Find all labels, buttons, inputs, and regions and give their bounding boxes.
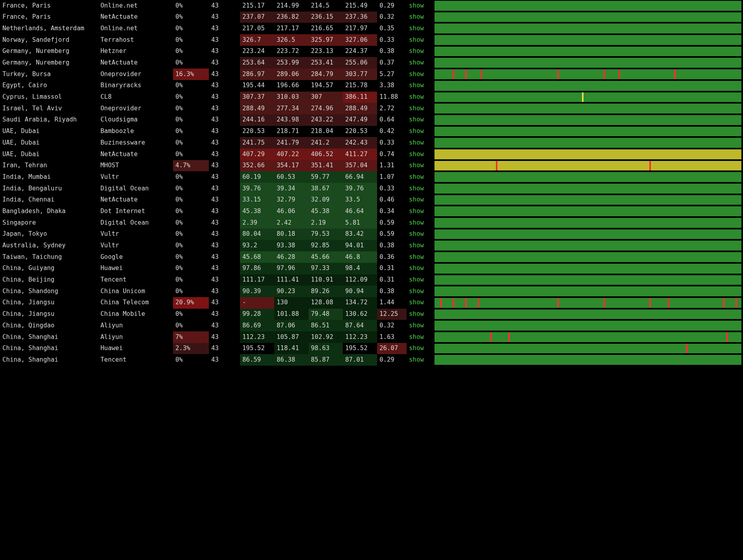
- show-link[interactable]: show: [407, 126, 431, 137]
- show-link[interactable]: show: [407, 274, 431, 286]
- stdev-cell: 0.59: [377, 229, 407, 240]
- show-link[interactable]: show: [407, 263, 431, 274]
- stdev-cell: 0.29: [377, 0, 407, 12]
- sent-cell: 43: [209, 57, 240, 69]
- stdev-cell: 0.29: [377, 354, 407, 366]
- table-row: India, MumbaiVultr0%4360.1960.5359.7766.…: [0, 171, 743, 183]
- sent-cell: 43: [209, 126, 240, 137]
- location-cell: China, Jiangsu: [0, 297, 98, 309]
- show-link[interactable]: show: [407, 0, 431, 12]
- provider-cell: Huawei: [98, 263, 173, 274]
- provider-cell: Vultr: [98, 229, 173, 240]
- last-cell: 195.52: [240, 343, 274, 354]
- show-link[interactable]: show: [407, 160, 431, 172]
- table-row: India, ChennaiNetActuate0%4333.1532.7932…: [0, 194, 743, 206]
- show-link[interactable]: show: [407, 297, 431, 309]
- loss-cell: 0%: [173, 194, 209, 206]
- loss-cell: 0%: [173, 149, 209, 160]
- show-link[interactable]: show: [407, 240, 431, 251]
- show-link[interactable]: show: [407, 80, 431, 92]
- best-cell: 216.65: [309, 23, 343, 34]
- provider-cell: Oneprovider: [98, 69, 173, 80]
- show-link[interactable]: show: [407, 69, 431, 80]
- loss-cell: 20.9%: [173, 297, 209, 309]
- avg-cell: 93.38: [274, 240, 309, 251]
- sent-cell: 43: [209, 114, 240, 126]
- show-link[interactable]: show: [407, 331, 431, 343]
- sparkline-cell: [431, 343, 743, 354]
- show-link[interactable]: show: [407, 343, 431, 354]
- provider-cell: Terrahost: [98, 34, 173, 46]
- show-link[interactable]: show: [407, 183, 431, 194]
- show-link[interactable]: show: [407, 217, 431, 229]
- show-link[interactable]: show: [407, 137, 431, 149]
- wrst-cell: 83.42: [343, 229, 377, 240]
- avg-cell: 105.87: [274, 331, 309, 343]
- best-cell: 102.92: [309, 331, 343, 343]
- best-cell: 351.41: [309, 160, 343, 172]
- location-cell: China, Qingdao: [0, 320, 98, 331]
- provider-cell: NetActuate: [98, 149, 173, 160]
- avg-cell: 86.38: [274, 354, 309, 366]
- last-cell: 97.86: [240, 263, 274, 274]
- loss-cell: 0%: [173, 320, 209, 331]
- show-link[interactable]: show: [407, 12, 431, 23]
- show-link[interactable]: show: [407, 149, 431, 160]
- stdev-cell: 0.33: [377, 137, 407, 149]
- sparkline: [434, 149, 741, 159]
- sparkline-cell: [431, 331, 743, 343]
- best-cell: 59.77: [309, 171, 343, 183]
- show-link[interactable]: show: [407, 309, 431, 320]
- loss-cell: 0%: [173, 229, 209, 240]
- avg-cell: 354.17: [274, 160, 309, 172]
- table-row: Germany, NurembergHetzner0%43223.24223.7…: [0, 46, 743, 57]
- stdev-cell: 0.33: [377, 183, 407, 194]
- loss-cell: 16.3%: [173, 69, 209, 80]
- sparkline: [434, 1, 741, 11]
- sent-cell: 43: [209, 34, 240, 46]
- show-link[interactable]: show: [407, 171, 431, 183]
- show-link[interactable]: show: [407, 320, 431, 331]
- show-link[interactable]: show: [407, 229, 431, 240]
- show-link[interactable]: show: [407, 23, 431, 34]
- sparkline-cell: [431, 69, 743, 80]
- best-cell: 79.53: [309, 229, 343, 240]
- provider-cell: Digital Ocean: [98, 183, 173, 194]
- table-row: China, GuiyangHuawei0%4397.8697.9697.339…: [0, 263, 743, 274]
- show-link[interactable]: show: [407, 194, 431, 206]
- show-link[interactable]: show: [407, 354, 431, 366]
- show-link[interactable]: show: [407, 57, 431, 69]
- stdev-cell: 0.32: [377, 320, 407, 331]
- sent-cell: 43: [209, 217, 240, 229]
- provider-cell: Google: [98, 251, 173, 263]
- last-cell: 244.16: [240, 114, 274, 126]
- show-link[interactable]: show: [407, 103, 431, 114]
- best-cell: 241.2: [309, 137, 343, 149]
- provider-cell: Vultr: [98, 240, 173, 251]
- show-link[interactable]: show: [407, 46, 431, 57]
- show-link[interactable]: show: [407, 206, 431, 217]
- sparkline: [434, 332, 741, 342]
- sparkline: [434, 23, 741, 33]
- location-cell: China, Shanghai: [0, 354, 98, 366]
- show-link[interactable]: show: [407, 34, 431, 46]
- provider-cell: Oneprovider: [98, 103, 173, 114]
- table-row: China, ShanghaiAliyun7%43112.23105.87102…: [0, 331, 743, 343]
- show-link[interactable]: show: [407, 114, 431, 126]
- sparkline: [434, 138, 741, 148]
- show-link[interactable]: show: [407, 251, 431, 263]
- loss-cell: 0%: [173, 46, 209, 57]
- table-row: Australia, SydneyVultr0%4393.293.3892.85…: [0, 240, 743, 251]
- sparkline: [434, 58, 741, 68]
- sent-cell: 43: [209, 137, 240, 149]
- sparkline: [434, 309, 741, 319]
- show-link[interactable]: show: [407, 286, 431, 297]
- sent-cell: 43: [209, 171, 240, 183]
- provider-cell: Online.net: [98, 0, 173, 12]
- last-cell: 86.59: [240, 354, 274, 366]
- location-cell: UAE, Dubai: [0, 149, 98, 160]
- stdev-cell: 0.34: [377, 206, 407, 217]
- show-link[interactable]: show: [407, 92, 431, 103]
- loss-cell: 0%: [173, 240, 209, 251]
- avg-cell: 90.23: [274, 286, 309, 297]
